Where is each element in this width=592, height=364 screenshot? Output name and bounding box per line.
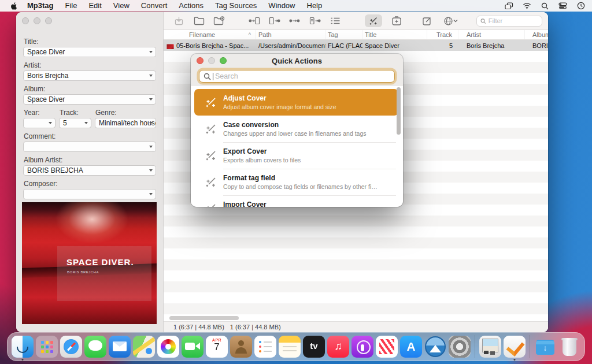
mail-icon bbox=[109, 336, 131, 358]
action-item-adjust-cover[interactable]: Adjust CoverAdjust album cover image for… bbox=[194, 89, 398, 116]
actions-button-active[interactable] bbox=[365, 14, 382, 27]
dialog-search-field[interactable] bbox=[199, 70, 395, 83]
dock-reminders-icon[interactable] bbox=[254, 336, 276, 358]
action-item-import-cover[interactable]: Import CoverImports album covers from fi… bbox=[191, 195, 403, 207]
contacts-icon bbox=[230, 336, 252, 358]
dialog-scrollbar-thumb[interactable] bbox=[397, 87, 401, 135]
dialog-search-input[interactable] bbox=[215, 72, 390, 80]
composer-field[interactable] bbox=[23, 189, 156, 199]
menu-view[interactable]: View bbox=[108, 0, 135, 12]
dock-downloads-icon[interactable] bbox=[534, 336, 556, 358]
track-field[interactable]: 5 bbox=[59, 118, 91, 128]
tag-list-icon[interactable] bbox=[330, 16, 341, 26]
genre-field[interactable]: Minimal/tech house bbox=[95, 118, 156, 128]
column-header-track[interactable]: Track bbox=[427, 30, 458, 39]
comment-field[interactable] bbox=[23, 142, 156, 152]
dock-messages-icon[interactable] bbox=[84, 336, 106, 358]
column-header-path[interactable]: Path bbox=[256, 30, 325, 39]
action-description: Copy to and compose tag fields or filena… bbox=[223, 183, 378, 190]
dock-mail-icon[interactable] bbox=[109, 336, 131, 358]
menu-window[interactable]: Window bbox=[262, 0, 301, 12]
menu-convert[interactable]: Convert bbox=[135, 0, 173, 12]
column-header-tag[interactable]: Tag bbox=[325, 30, 362, 39]
menu-edit[interactable]: Edit bbox=[83, 0, 107, 12]
tag-fields: Title: Space Diver Artist: Boris Brejcha… bbox=[16, 24, 163, 223]
dock-calendar-icon[interactable]: APR7 bbox=[206, 336, 228, 358]
menu-help[interactable]: Help bbox=[301, 0, 328, 12]
displays-icon[interactable] bbox=[505, 2, 513, 10]
filter-field[interactable] bbox=[476, 16, 542, 27]
dock-tv-icon[interactable] bbox=[303, 336, 325, 358]
close-button[interactable] bbox=[197, 57, 204, 64]
dock-mp3tag-icon[interactable] bbox=[504, 336, 526, 358]
compose-icon[interactable] bbox=[421, 16, 432, 26]
action-item-export-cover[interactable]: Export CoverExports album covers to file… bbox=[191, 142, 403, 169]
wifi-icon[interactable] bbox=[523, 2, 531, 10]
menu-actions[interactable]: Actions bbox=[173, 0, 209, 12]
convert-filename-filename-icon[interactable] bbox=[309, 16, 321, 26]
table-row[interactable]: 05-Boris Brejcha - Spac... /Users/admin/… bbox=[164, 40, 548, 51]
dock-news-icon[interactable] bbox=[376, 336, 398, 358]
convert-tag-filename-icon[interactable] bbox=[249, 16, 260, 26]
column-header-filename[interactable]: Filename^ bbox=[164, 30, 256, 39]
zoom-button[interactable] bbox=[45, 17, 52, 24]
clock-icon[interactable] bbox=[576, 2, 585, 10]
dock-appstore-icon[interactable] bbox=[400, 336, 422, 358]
chevron-down-icon bbox=[149, 122, 153, 124]
dock-mountain-icon[interactable] bbox=[424, 336, 446, 358]
column-header-album[interactable]: Album bbox=[525, 30, 548, 39]
dock-photos-icon[interactable] bbox=[157, 336, 179, 358]
dock-facetime-icon[interactable] bbox=[182, 336, 204, 358]
new-action-icon[interactable] bbox=[391, 16, 402, 26]
dock-syspref-icon[interactable] bbox=[449, 336, 471, 358]
web-sources-icon[interactable] bbox=[441, 16, 460, 26]
dock-maps-icon[interactable] bbox=[133, 336, 155, 358]
dock-notes-icon[interactable] bbox=[279, 336, 301, 358]
save-tag-icon[interactable] bbox=[173, 16, 184, 26]
menu-mp3tag[interactable]: Mp3tag bbox=[21, 0, 60, 12]
horizontal-scrollbar-thumb[interactable] bbox=[169, 316, 239, 320]
magic-wand-icon bbox=[199, 176, 223, 188]
action-title: Adjust Cover bbox=[223, 94, 336, 102]
text-caret bbox=[213, 73, 213, 80]
album-artist-label: Album Artist: bbox=[24, 156, 156, 164]
dock-finder-icon[interactable] bbox=[12, 336, 34, 358]
add-directory-icon[interactable] bbox=[213, 16, 225, 26]
minimize-button[interactable] bbox=[34, 17, 40, 24]
file-icon bbox=[166, 44, 174, 49]
menubar-status-area bbox=[505, 2, 585, 10]
dock-music-icon[interactable] bbox=[327, 336, 349, 358]
title-field[interactable]: Space Diver bbox=[23, 47, 156, 57]
magic-wand-icon bbox=[199, 96, 223, 109]
artist-field[interactable]: Boris Brejcha bbox=[23, 70, 156, 81]
action-title: Export Cover bbox=[223, 147, 301, 155]
spotlight-icon[interactable] bbox=[541, 2, 549, 10]
close-button[interactable] bbox=[22, 17, 29, 24]
dock-podcasts-icon[interactable] bbox=[352, 336, 373, 358]
column-header-title[interactable]: Title bbox=[362, 30, 427, 39]
convert-tag-tag-icon[interactable] bbox=[289, 16, 301, 26]
dock-safari-icon[interactable] bbox=[60, 336, 82, 358]
filter-input[interactable] bbox=[489, 17, 538, 24]
album-artist-field[interactable]: BORIS BREJCHA bbox=[23, 165, 156, 176]
year-field[interactable] bbox=[23, 118, 56, 128]
convert-filename-tag-icon[interactable] bbox=[269, 16, 280, 26]
dock-contacts-icon[interactable] bbox=[230, 336, 252, 358]
menu-tag-sources[interactable]: Tag Sources bbox=[209, 0, 262, 12]
chevron-down-icon bbox=[84, 122, 88, 124]
control-center-icon[interactable] bbox=[558, 2, 567, 10]
zoom-button[interactable] bbox=[220, 57, 227, 64]
dock-trash-icon[interactable] bbox=[558, 336, 580, 358]
dock-pictures-icon[interactable] bbox=[479, 336, 501, 358]
column-header-artist[interactable]: Artist bbox=[458, 30, 525, 39]
dock-launchpad-icon[interactable] bbox=[36, 336, 58, 358]
menu-file[interactable]: File bbox=[60, 0, 83, 12]
action-item-format-tag-field[interactable]: Format tag fieldCopy to and compose tag … bbox=[191, 169, 403, 195]
dock-divider bbox=[530, 335, 530, 358]
change-directory-icon[interactable] bbox=[193, 16, 205, 26]
album-cover-art[interactable]: SPACE DIVER. BORIS BREJCHA bbox=[22, 202, 157, 324]
minimize-button[interactable] bbox=[208, 57, 215, 64]
apple-menu-icon[interactable] bbox=[10, 2, 18, 10]
action-item-case-conversion[interactable]: Case conversionChanges upper and lower c… bbox=[191, 116, 403, 142]
album-field[interactable]: Space Diver bbox=[23, 94, 156, 105]
